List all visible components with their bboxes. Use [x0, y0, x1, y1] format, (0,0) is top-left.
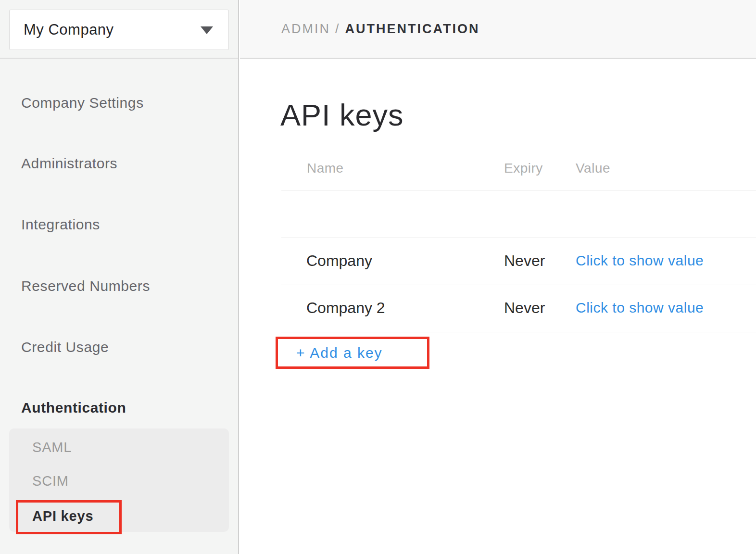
table-divider: [281, 238, 756, 238]
breadcrumb-page: AUTHENTICATION: [345, 22, 480, 36]
sidebar-item-authentication[interactable]: Authentication: [21, 396, 126, 419]
table-divider: [281, 190, 756, 190]
show-value-link[interactable]: Click to show value: [576, 249, 704, 272]
key-expiry: Never: [504, 296, 545, 319]
page-title: API keys: [280, 98, 404, 132]
add-key-button[interactable]: + Add a key: [278, 345, 383, 361]
key-expiry: Never: [504, 249, 545, 272]
table-divider: [281, 285, 756, 285]
column-header-expiry: Expiry: [504, 159, 543, 178]
app-window: My Company Company Settings Administrato…: [0, 0, 756, 554]
breadcrumb-separator: /: [330, 22, 345, 36]
sidebar-item-scim[interactable]: SCIM: [32, 469, 69, 492]
chevron-down-icon: [201, 26, 213, 34]
main-area: ADMIN/AUTHENTICATION API keys Name Expir…: [240, 0, 756, 554]
company-selector-value: My Company: [10, 21, 114, 38]
sidebar-item-integrations[interactable]: Integrations: [21, 213, 100, 236]
sidebar-item-reserved-numbers[interactable]: Reserved Numbers: [21, 275, 150, 298]
sidebar-item-administrators[interactable]: Administrators: [21, 152, 117, 175]
breadcrumb: ADMIN/AUTHENTICATION: [281, 0, 480, 58]
authentication-submenu: SAML SCIM API keys: [9, 428, 229, 532]
sidebar-item-saml[interactable]: SAML: [32, 436, 72, 459]
company-selector-bar: My Company: [0, 0, 238, 59]
highlight-box-add-key: + Add a key: [276, 337, 429, 369]
company-selector[interactable]: My Company: [9, 10, 229, 50]
sidebar-item-api-keys[interactable]: API keys: [32, 504, 93, 528]
column-header-name: Name: [307, 159, 344, 178]
key-name: Company 2: [306, 296, 385, 319]
show-value-link[interactable]: Click to show value: [576, 296, 704, 319]
sidebar-item-credit-usage[interactable]: Credit Usage: [21, 336, 109, 359]
column-header-value: Value: [576, 159, 610, 178]
sidebar: My Company Company Settings Administrato…: [0, 0, 239, 554]
main-header: ADMIN/AUTHENTICATION: [240, 0, 756, 59]
table-divider: [281, 332, 756, 332]
sidebar-item-company-settings[interactable]: Company Settings: [21, 91, 144, 114]
key-name: Company: [306, 249, 372, 272]
breadcrumb-admin: ADMIN: [281, 22, 330, 36]
